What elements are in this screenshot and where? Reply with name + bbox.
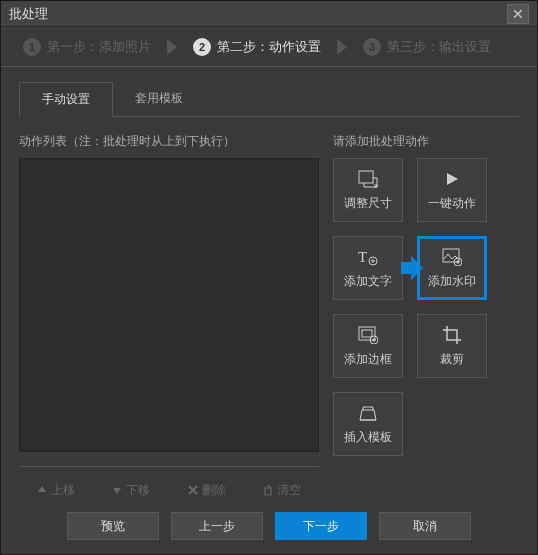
text-icon: T (357, 246, 379, 268)
play-icon (441, 168, 463, 190)
action-watermark-label: 添加水印 (428, 273, 476, 290)
svg-text:T: T (358, 249, 367, 265)
action-resize-label: 调整尺寸 (344, 195, 392, 212)
svg-rect-0 (359, 171, 373, 183)
next-button[interactable]: 下一步 (275, 512, 367, 540)
left-column: 动作列表（注：批处理时从上到下执行） 上移 下移 (19, 133, 319, 503)
action-row: 添加边框 裁剪 (333, 314, 519, 378)
trash-icon (263, 485, 273, 496)
delete-label: 删除 (202, 482, 226, 499)
action-border-label: 添加边框 (344, 351, 392, 368)
action-resize[interactable]: 调整尺寸 (333, 158, 403, 222)
action-list[interactable] (19, 158, 319, 452)
delete-button[interactable]: 删除 (170, 477, 244, 503)
action-insert-template[interactable]: 插入模板 (333, 392, 403, 456)
right-column: 请添加批处理动作 调整尺寸 一键动作 (333, 133, 519, 503)
action-addtext[interactable]: T 添加文字 (333, 236, 403, 300)
action-row: T 添加文字 添加水印 (333, 236, 519, 300)
move-up-label: 上移 (51, 482, 75, 499)
action-insert-template-label: 插入模板 (344, 429, 392, 446)
svg-rect-3 (443, 249, 459, 262)
watermark-icon (441, 246, 463, 268)
clear-label: 清空 (277, 482, 301, 499)
resize-icon (357, 168, 379, 190)
action-list-title: 动作列表（注：批处理时从上到下执行） (19, 133, 319, 150)
step-separator-icon (337, 39, 347, 55)
border-icon (357, 324, 379, 346)
action-row: 调整尺寸 一键动作 (333, 158, 519, 222)
action-watermark[interactable]: 添加水印 (417, 236, 487, 300)
clear-button[interactable]: 清空 (246, 477, 320, 503)
step-indicator: 1 第一步：添加照片 2 第二步：动作设置 3 第三步：输出设置 (1, 27, 537, 67)
action-oneclick-label: 一键动作 (428, 195, 476, 212)
action-border[interactable]: 添加边框 (333, 314, 403, 378)
preview-button[interactable]: 预览 (67, 512, 159, 540)
step-2-label: 第二步：动作设置 (217, 38, 321, 56)
step-1-num: 1 (23, 38, 41, 56)
tab-manual[interactable]: 手动设置 (19, 82, 113, 117)
step-1[interactable]: 1 第一步：添加照片 (11, 38, 163, 56)
step-2[interactable]: 2 第二步：动作设置 (181, 38, 333, 56)
template-icon (357, 402, 379, 424)
titlebar: 批处理 ✕ (1, 1, 537, 27)
footer: 预览 上一步 下一步 取消 (1, 512, 537, 540)
dialog-body: 手动设置 套用模板 动作列表（注：批处理时从上到下执行） 上移 (1, 67, 537, 503)
arrow-down-icon (112, 485, 122, 495)
svg-rect-6 (362, 330, 372, 337)
step-1-label: 第一步：添加照片 (47, 38, 151, 56)
list-controls: 上移 下移 删除 (19, 466, 319, 503)
step-separator-icon (167, 39, 177, 55)
action-addtext-label: 添加文字 (344, 273, 392, 290)
step-3-num: 3 (363, 38, 381, 56)
action-grid: 调整尺寸 一键动作 T (333, 158, 519, 456)
svg-rect-5 (359, 327, 375, 340)
action-crop[interactable]: 裁剪 (417, 314, 487, 378)
x-icon (188, 485, 198, 495)
move-down-button[interactable]: 下移 (95, 477, 169, 503)
action-oneclick[interactable]: 一键动作 (417, 158, 487, 222)
content-area: 动作列表（注：批处理时从上到下执行） 上移 下移 (19, 117, 519, 503)
tab-template[interactable]: 套用模板 (113, 82, 205, 117)
close-icon: ✕ (512, 6, 524, 22)
step-3-label: 第三步：输出设置 (387, 38, 491, 56)
move-down-label: 下移 (126, 482, 150, 499)
tabs: 手动设置 套用模板 (19, 81, 519, 117)
action-crop-label: 裁剪 (440, 351, 464, 368)
dialog-window: 批处理 ✕ 1 第一步：添加照片 2 第二步：动作设置 3 第三步：输出设置 手… (0, 0, 538, 555)
close-button[interactable]: ✕ (507, 4, 529, 24)
arrow-up-icon (37, 485, 47, 495)
action-row: 插入模板 (333, 392, 519, 456)
step-3[interactable]: 3 第三步：输出设置 (351, 38, 503, 56)
prev-button[interactable]: 上一步 (171, 512, 263, 540)
crop-icon (441, 324, 463, 346)
move-up-button[interactable]: 上移 (19, 477, 93, 503)
actions-title: 请添加批处理动作 (333, 133, 519, 150)
window-title: 批处理 (9, 5, 507, 23)
cancel-button[interactable]: 取消 (379, 512, 471, 540)
step-2-num: 2 (193, 38, 211, 56)
